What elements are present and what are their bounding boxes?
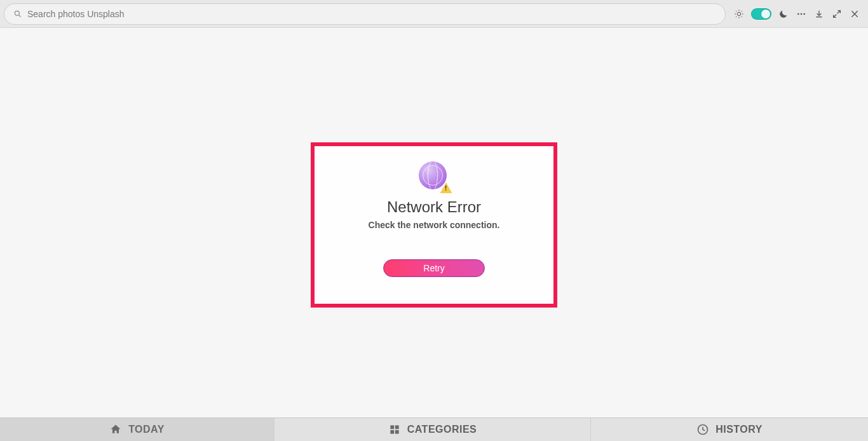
search-field-wrap[interactable] xyxy=(4,3,726,25)
svg-line-17 xyxy=(837,10,841,13)
theme-toggle[interactable] xyxy=(751,8,771,20)
home-icon xyxy=(109,423,122,436)
svg-line-16 xyxy=(834,14,837,17)
svg-rect-20 xyxy=(390,425,394,429)
restore-window-icon[interactable] xyxy=(831,8,843,20)
error-title: Network Error xyxy=(387,198,481,216)
sun-icon xyxy=(733,8,745,20)
svg-point-13 xyxy=(803,13,805,15)
svg-line-8 xyxy=(742,16,742,17)
close-icon[interactable] xyxy=(849,8,860,20)
svg-rect-23 xyxy=(395,430,399,434)
search-icon xyxy=(13,10,22,18)
network-error-card: Network Error Check the network connecti… xyxy=(311,142,557,308)
network-error-icon xyxy=(419,161,449,192)
error-subtitle: Check the network connection. xyxy=(369,220,500,230)
more-icon[interactable] xyxy=(796,8,807,20)
tab-categories[interactable]: CATEGORIES xyxy=(275,418,591,441)
svg-line-7 xyxy=(736,11,736,11)
tab-today-label: TODAY xyxy=(128,424,165,435)
download-icon[interactable] xyxy=(813,8,825,20)
svg-point-0 xyxy=(15,11,19,15)
grid-icon xyxy=(388,423,401,436)
svg-line-10 xyxy=(742,11,742,11)
svg-rect-22 xyxy=(390,430,394,434)
svg-point-11 xyxy=(797,13,799,15)
tab-history[interactable]: HISTORY xyxy=(591,418,868,441)
search-input[interactable] xyxy=(27,9,716,19)
svg-line-1 xyxy=(19,15,21,17)
moon-icon xyxy=(778,8,789,20)
svg-point-2 xyxy=(737,12,740,15)
svg-point-12 xyxy=(801,13,803,15)
tab-today[interactable]: TODAY xyxy=(0,418,275,441)
svg-line-9 xyxy=(736,16,736,17)
main-area: Network Error Check the network connecti… xyxy=(0,28,868,417)
warning-badge-icon xyxy=(440,183,452,193)
tab-categories-label: CATEGORIES xyxy=(407,424,477,435)
bottom-tabs: TODAY CATEGORIES HISTORY xyxy=(0,417,868,441)
svg-rect-21 xyxy=(395,425,399,429)
header-actions xyxy=(729,8,864,20)
clock-icon xyxy=(696,423,709,436)
tab-history-label: HISTORY xyxy=(715,424,763,435)
header-bar xyxy=(0,0,868,28)
retry-button[interactable]: Retry xyxy=(383,259,485,277)
